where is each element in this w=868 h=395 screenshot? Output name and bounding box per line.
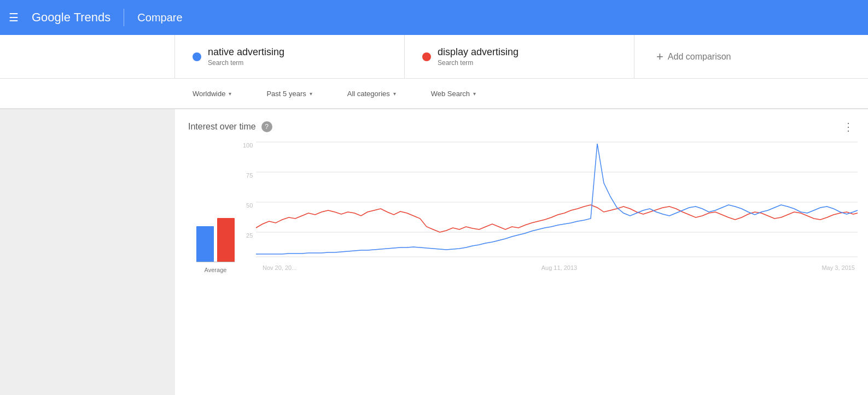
term2-type: Search term — [438, 59, 519, 67]
term2-info: display advertising Search term — [438, 46, 519, 67]
line-chart-svg — [256, 142, 858, 262]
search-terms-container: native advertising Search term display a… — [175, 35, 868, 78]
bar-display — [217, 218, 235, 262]
search-term-item-1[interactable]: native advertising Search term — [175, 35, 405, 78]
x-label-3: May 3, 2015 — [822, 264, 855, 271]
filter-search-type-label: Web Search — [431, 90, 470, 98]
red-line — [256, 205, 858, 232]
filter-time-arrow: ▾ — [310, 91, 312, 97]
header: ☰ Google Trends Compare — [0, 0, 868, 35]
x-label-1: Nov 20, 20... — [263, 264, 296, 271]
bar-chart-bars — [196, 207, 235, 262]
term1-type: Search term — [208, 59, 284, 67]
menu-icon[interactable]: ☰ — [9, 11, 19, 24]
x-label-2: Aug 11, 2013 — [541, 264, 577, 271]
left-sidebar — [0, 109, 175, 395]
filter-category-arrow: ▾ — [393, 91, 396, 97]
y-label-25: 25 — [243, 232, 256, 239]
left-sidebar-top-space — [0, 35, 175, 78]
interest-over-time-section: Interest over time ? ⋮ Average — [175, 109, 868, 295]
filter-region[interactable]: Worldwide ▾ — [175, 79, 249, 108]
logo: Google Trends — [32, 10, 110, 25]
more-options-icon[interactable]: ⋮ — [843, 120, 855, 133]
chart-title: Interest over time — [188, 122, 256, 132]
filter-time[interactable]: Past 5 years ▾ — [249, 79, 329, 108]
filter-search-type-arrow: ▾ — [473, 91, 476, 97]
chart-canvas: Average 100 75 50 25 — [175, 142, 868, 295]
y-label-50: 50 — [243, 202, 256, 209]
search-term-item-2[interactable]: display advertising Search term — [405, 35, 634, 78]
filter-region-label: Worldwide — [193, 90, 225, 98]
term1-info: native advertising Search term — [208, 46, 284, 67]
term2-name: display advertising — [438, 46, 519, 58]
line-chart-section: 100 75 50 25 — [243, 142, 855, 284]
chart-area: Interest over time ? ⋮ Average — [175, 109, 868, 395]
help-icon[interactable]: ? — [261, 121, 272, 132]
filter-category[interactable]: All categories ▾ — [330, 79, 413, 108]
line-chart-wrapper: 100 75 50 25 — [243, 142, 855, 284]
add-plus-icon: + — [656, 50, 663, 64]
term2-dot — [422, 52, 431, 61]
main-content: Interest over time ? ⋮ Average — [0, 109, 868, 395]
filter-region-arrow: ▾ — [229, 91, 231, 97]
bar-chart-section: Average — [188, 207, 243, 284]
y-label-75: 75 — [243, 172, 256, 179]
chart-inner: Average 100 75 50 25 — [188, 142, 855, 284]
add-comparison-button[interactable]: + Add comparison — [634, 50, 753, 64]
blue-line — [256, 144, 858, 254]
filter-search-type[interactable]: Web Search ▾ — [413, 79, 493, 108]
header-divider — [124, 9, 124, 26]
chart-title-group: Interest over time ? — [188, 121, 272, 132]
y-label-100: 100 — [243, 142, 256, 149]
x-axis: Nov 20, 20... Aug 11, 2013 May 3, 2015 — [243, 264, 855, 271]
bar-average-label: Average — [205, 267, 227, 273]
bar-native — [196, 226, 214, 262]
term1-name: native advertising — [208, 46, 284, 58]
compare-label: Compare — [137, 11, 182, 24]
term1-dot — [193, 52, 201, 61]
filter-category-label: All categories — [347, 90, 390, 98]
chart-header: Interest over time ? ⋮ — [175, 109, 868, 142]
add-comparison-label: Add comparison — [668, 52, 731, 62]
filters-row: Worldwide ▾ Past 5 years ▾ All categorie… — [0, 79, 868, 109]
logo-text: Google Trends — [32, 10, 110, 25]
search-bar-area: native advertising Search term display a… — [0, 35, 868, 79]
filter-time-label: Past 5 years — [266, 90, 306, 98]
